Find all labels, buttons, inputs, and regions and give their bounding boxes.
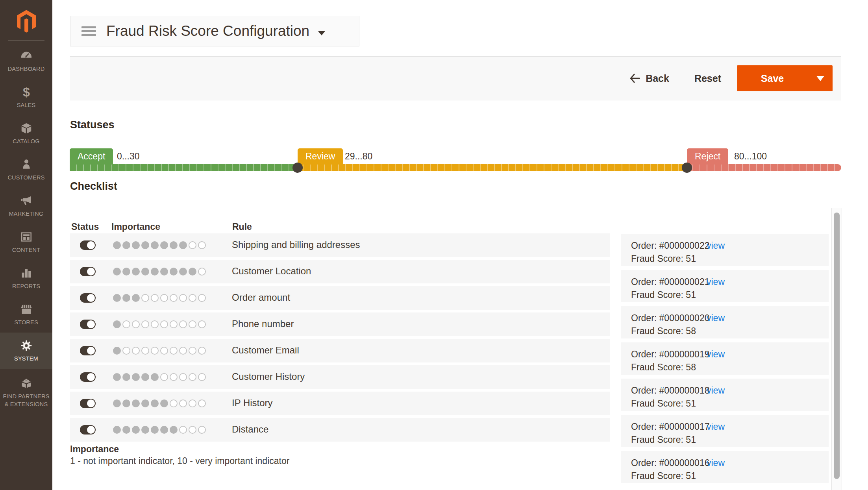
importance-dot[interactable] xyxy=(113,373,121,381)
importance-dot[interactable] xyxy=(189,268,196,276)
importance-dot[interactable] xyxy=(198,320,206,328)
importance-dot[interactable] xyxy=(141,294,149,302)
importance-dot[interactable] xyxy=(198,268,206,276)
importance-dot[interactable] xyxy=(179,426,187,434)
importance-dot[interactable] xyxy=(189,241,196,249)
view-order-link[interactable]: view xyxy=(707,313,725,324)
importance-dot[interactable] xyxy=(198,347,206,355)
save-split-button[interactable]: Save xyxy=(737,65,833,91)
importance-dot[interactable] xyxy=(189,373,196,381)
view-order-link[interactable]: view xyxy=(707,349,725,360)
sidebar-item-find-partners[interactable]: FIND PARTNERS& EXTENSIONS xyxy=(0,369,52,416)
importance-dot[interactable] xyxy=(170,320,178,328)
status-toggle[interactable] xyxy=(80,346,96,355)
importance-dot[interactable] xyxy=(151,373,159,381)
importance-dot[interactable] xyxy=(160,294,168,302)
title-dropdown-caret-icon[interactable] xyxy=(318,31,325,35)
importance-dot[interactable] xyxy=(141,426,149,434)
reset-button[interactable]: Reset xyxy=(694,73,721,84)
status-toggle[interactable] xyxy=(80,320,96,329)
status-toggle[interactable] xyxy=(80,399,96,408)
status-toggle[interactable] xyxy=(80,293,96,303)
sidebar-item-customers[interactable]: CUSTOMERS xyxy=(0,152,52,188)
view-order-link[interactable]: view xyxy=(707,458,725,468)
importance-dot[interactable] xyxy=(170,268,178,276)
back-button[interactable]: Back xyxy=(629,72,669,84)
importance-dot[interactable] xyxy=(198,241,206,249)
importance-dot[interactable] xyxy=(122,399,130,407)
importance-dot[interactable] xyxy=(189,320,196,328)
status-toggle[interactable] xyxy=(80,267,96,276)
status-toggle[interactable] xyxy=(80,372,96,382)
importance-dot[interactable] xyxy=(132,399,140,407)
importance-dot[interactable] xyxy=(160,320,168,328)
importance-dot[interactable] xyxy=(151,320,159,328)
importance-dot[interactable] xyxy=(170,399,178,407)
importance-dot[interactable] xyxy=(132,294,140,302)
importance-dot[interactable] xyxy=(151,399,159,407)
importance-dot[interactable] xyxy=(189,426,196,434)
importance-dot[interactable] xyxy=(160,426,168,434)
view-order-link[interactable]: view xyxy=(707,277,725,287)
importance-dot[interactable] xyxy=(132,320,140,328)
importance-dot[interactable] xyxy=(198,294,206,302)
importance-dot[interactable] xyxy=(170,347,178,355)
importance-dot[interactable] xyxy=(170,241,178,249)
view-order-link[interactable]: view xyxy=(707,422,725,432)
sidebar-item-system[interactable]: SYSTEM xyxy=(0,333,52,369)
importance-dot[interactable] xyxy=(122,426,130,434)
importance-dot[interactable] xyxy=(179,373,187,381)
magento-logo[interactable] xyxy=(15,9,37,33)
importance-dot[interactable] xyxy=(122,294,130,302)
importance-dot[interactable] xyxy=(170,426,178,434)
importance-dot[interactable] xyxy=(141,268,149,276)
importance-dot[interactable] xyxy=(141,241,149,249)
importance-dot[interactable] xyxy=(160,268,168,276)
importance-dot[interactable] xyxy=(198,373,206,381)
sidebar-item-catalog[interactable]: CATALOG xyxy=(0,115,52,152)
importance-dot[interactable] xyxy=(160,399,168,407)
importance-dot[interactable] xyxy=(160,373,168,381)
importance-dot[interactable] xyxy=(122,320,130,328)
importance-dot[interactable] xyxy=(189,294,196,302)
importance-dot[interactable] xyxy=(122,373,130,381)
importance-dot[interactable] xyxy=(113,268,121,276)
importance-dot[interactable] xyxy=(189,347,196,355)
importance-dot[interactable] xyxy=(113,241,121,249)
status-toggle[interactable] xyxy=(80,240,96,250)
sidebar-item-sales[interactable]: $SALES xyxy=(0,79,52,115)
importance-dot[interactable] xyxy=(113,320,121,328)
slider-handle-1[interactable] xyxy=(292,163,303,173)
save-dropdown-button[interactable] xyxy=(808,65,833,91)
importance-dot[interactable] xyxy=(141,399,149,407)
importance-dot[interactable] xyxy=(151,294,159,302)
importance-dot[interactable] xyxy=(132,373,140,381)
importance-dot[interactable] xyxy=(132,426,140,434)
status-toggle[interactable] xyxy=(80,425,96,435)
importance-dot[interactable] xyxy=(141,347,149,355)
sidebar-item-content[interactable]: CONTENT xyxy=(0,224,52,260)
importance-dot[interactable] xyxy=(160,241,168,249)
sidebar-item-dashboard[interactable]: DASHBOARD xyxy=(0,43,52,79)
importance-dot[interactable] xyxy=(141,320,149,328)
importance-dot[interactable] xyxy=(160,347,168,355)
scrollbar-thumb[interactable] xyxy=(834,213,840,479)
sidebar-item-marketing[interactable]: MARKETING xyxy=(0,188,52,224)
hamburger-menu-icon[interactable] xyxy=(81,26,96,36)
view-order-link[interactable]: view xyxy=(707,385,725,396)
importance-dot[interactable] xyxy=(132,241,140,249)
importance-dot[interactable] xyxy=(179,347,187,355)
importance-dot[interactable] xyxy=(113,347,121,355)
importance-dot[interactable] xyxy=(179,268,187,276)
save-button[interactable]: Save xyxy=(737,65,808,91)
importance-dot[interactable] xyxy=(170,294,178,302)
importance-dot[interactable] xyxy=(151,268,159,276)
importance-dot[interactable] xyxy=(198,399,206,407)
importance-dot[interactable] xyxy=(179,320,187,328)
importance-dot[interactable] xyxy=(132,347,140,355)
importance-dot[interactable] xyxy=(151,347,159,355)
importance-dot[interactable] xyxy=(113,426,121,434)
importance-dot[interactable] xyxy=(122,347,130,355)
view-order-link[interactable]: view xyxy=(707,240,725,251)
importance-dot[interactable] xyxy=(141,373,149,381)
